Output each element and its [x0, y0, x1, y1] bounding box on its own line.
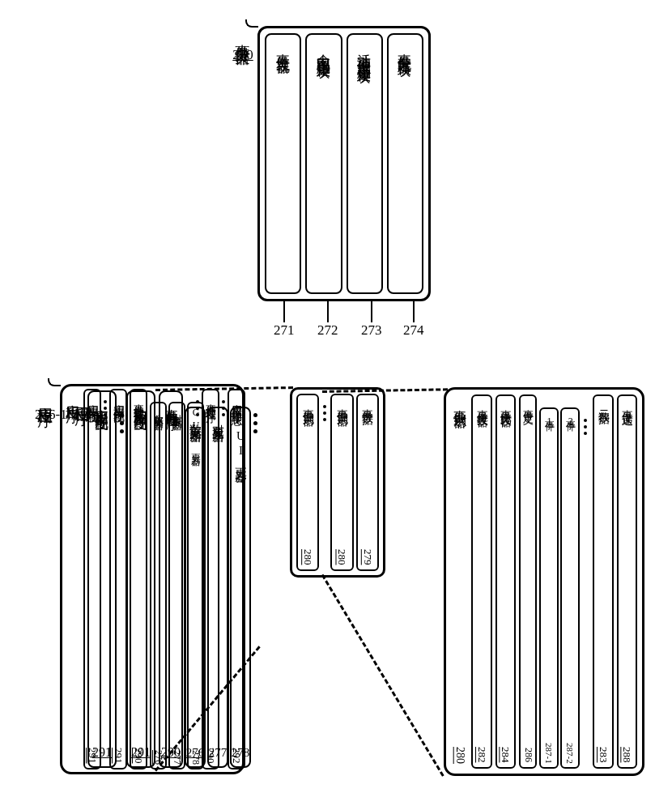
ellipsis-icon: [253, 413, 257, 433]
event-classifier-label: 事件分类器: [232, 32, 253, 40]
lead-line: [283, 301, 285, 322]
ellipsis-icon: [321, 394, 328, 571]
event-delivery: 事件递送 288: [617, 394, 637, 769]
recognizer-list-box: 事件识别器 280 事件识别器 280 事件数据 279: [290, 387, 385, 578]
ellipsis-icon: [581, 407, 589, 769]
ellipsis-icon: [196, 389, 199, 770]
ref-271: 271: [274, 322, 295, 339]
event-definitions-group: 事件定义 286 事件1 287-1 事件2 287-2: [519, 394, 589, 769]
ref-272: 272: [317, 322, 338, 339]
app-view-2: 应用程序视图 291: [109, 389, 127, 770]
ec-row-monitor: 事件监视器: [265, 33, 301, 294]
event-1: 事件1 287-1: [539, 407, 559, 769]
er-title-col: 事件识别器 280: [451, 394, 468, 769]
app-view-1: 应用程序视图 291: [83, 389, 101, 770]
connector-tick: [48, 378, 61, 386]
lead-line: [327, 301, 329, 322]
dashed-connector: [321, 574, 444, 777]
application-label: 应用程序: [35, 394, 56, 401]
application-grid: 应用程序 应用程序视图 291 应用程序视图 291 事件处理程序 290 数据…: [65, 389, 240, 770]
metadata: 元数据 283: [593, 394, 613, 769]
ec-row-active: 活动事件识别器确定模块: [347, 33, 383, 294]
event-classifier-box: 事件监视器 命中视图确定模块 活动事件识别器确定模块 事件分配器模块: [257, 26, 431, 301]
ref-273: 273: [361, 322, 382, 339]
app-header-col: 应用程序: [65, 389, 81, 770]
event-definitions: 事件定义 286: [519, 394, 537, 769]
data-updater: 数据更新器 276: [150, 402, 167, 770]
ref-274: 274: [403, 322, 424, 339]
event-receiver: 事件接收器 282: [471, 394, 491, 769]
ellipsis-icon: [104, 389, 107, 770]
ec-row-hitview: 命中视图确定模块: [305, 33, 342, 294]
recognizer-item-2: 事件识别器 280: [330, 394, 353, 571]
recognizer-item-1: 事件识别器 280: [296, 394, 319, 571]
connector-tick: [245, 19, 258, 28]
event-2: 事件2 287-2: [560, 407, 580, 769]
internal-state: 应用程序内部状态 292: [228, 389, 245, 770]
event-handler-1: 事件处理程序 290: [130, 389, 147, 770]
event-comparator: 事件比较器 284: [495, 394, 516, 769]
event-classifier-title: 事件分类器 270: [232, 26, 253, 63]
ellipsis-icon: [222, 389, 225, 770]
event-recognizer-box: 事件识别器 280 事件接收器 282 事件比较器 284 事件定义 286: [444, 387, 644, 776]
updater-group: 数据更新器 276 对象更新器 277 GUI更新器 278: [150, 389, 194, 770]
object-updater: 对象更新器 277: [168, 402, 185, 770]
ec-row-dispatcher: 事件分配器模块: [387, 33, 423, 294]
event-classifier-ref: 270: [232, 47, 253, 63]
event-data-item: 事件数据 279: [356, 394, 379, 571]
lead-line: [371, 301, 372, 322]
lead-line: [413, 301, 415, 322]
